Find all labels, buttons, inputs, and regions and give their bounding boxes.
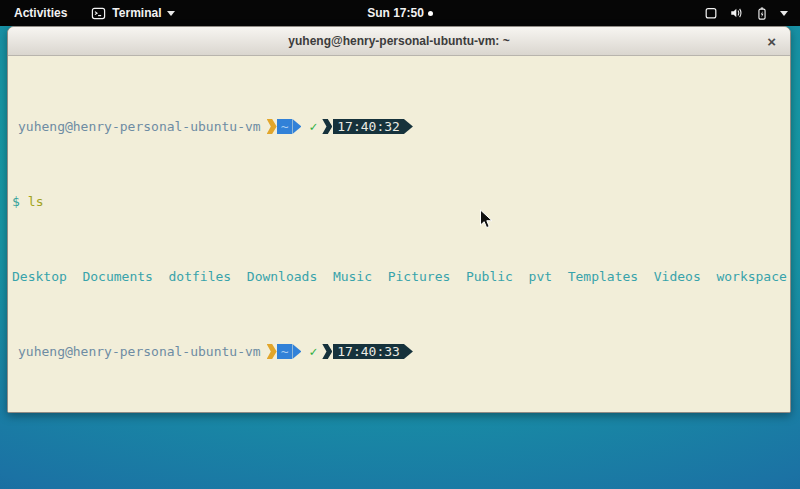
- window-title: yuheng@henry-personal-ubuntu-vm: ~: [288, 34, 509, 48]
- terminal-icon: [91, 6, 106, 21]
- activities-label: Activities: [14, 6, 67, 20]
- powerline-chevron-icon: [267, 344, 277, 359]
- prompt-line: yuheng@henry-personal-ubuntu-vm ~ ✓ 17:4…: [10, 119, 788, 134]
- status-check-icon: ✓: [309, 344, 317, 359]
- battery-charging-icon: [755, 6, 769, 21]
- window-titlebar[interactable]: yuheng@henry-personal-ubuntu-vm: ~ ×: [8, 27, 790, 56]
- activities-button[interactable]: Activities: [0, 0, 81, 26]
- powerline-chevron-icon: [322, 119, 332, 134]
- prompt-host: yuheng@henry-personal-ubuntu-vm: [10, 119, 261, 134]
- prompt-time: 17:40:32: [333, 119, 404, 134]
- clock[interactable]: Sun 17:50: [367, 6, 424, 20]
- top-bar: Activities Terminal Sun 17:50: [0, 0, 800, 26]
- app-menu-terminal[interactable]: Terminal: [81, 0, 185, 26]
- command-text: ls: [28, 194, 44, 209]
- close-button[interactable]: ×: [767, 27, 776, 56]
- prompt-symbol: $: [10, 194, 20, 209]
- system-tray[interactable]: [692, 0, 800, 26]
- volume-icon: [729, 6, 744, 20]
- status-check-icon: ✓: [309, 119, 317, 134]
- powerline-arrow-icon: [292, 119, 301, 134]
- prompt-host: yuheng@henry-personal-ubuntu-vm: [10, 344, 261, 359]
- directory-list: Desktop Documents dotfiles Downloads Mus…: [10, 269, 787, 284]
- chevron-down-icon: [167, 11, 175, 16]
- command-line: $ ls: [10, 194, 788, 209]
- terminal-screen[interactable]: yuheng@henry-personal-ubuntu-vm ~ ✓ 17:4…: [8, 56, 790, 413]
- powerline-arrow-icon: [404, 344, 413, 359]
- prompt-time: 17:40:33: [333, 344, 404, 359]
- terminal-window: yuheng@henry-personal-ubuntu-vm: ~ × yuh…: [7, 26, 791, 413]
- prompt-line: yuheng@henry-personal-ubuntu-vm ~ ✓ 17:4…: [10, 344, 788, 359]
- powerline-arrow-icon: [404, 119, 413, 134]
- notification-dot-icon: [428, 11, 433, 16]
- prompt-cwd: ~: [277, 119, 293, 134]
- ls-output-line: Desktop Documents dotfiles Downloads Mus…: [10, 269, 788, 284]
- display-icon: [704, 6, 718, 20]
- powerline-chevron-icon: [322, 344, 332, 359]
- chevron-down-icon: [780, 11, 788, 16]
- powerline-arrow-icon: [292, 344, 301, 359]
- prompt-cwd: ~: [277, 344, 293, 359]
- powerline-chevron-icon: [267, 119, 277, 134]
- app-menu-label: Terminal: [112, 6, 161, 20]
